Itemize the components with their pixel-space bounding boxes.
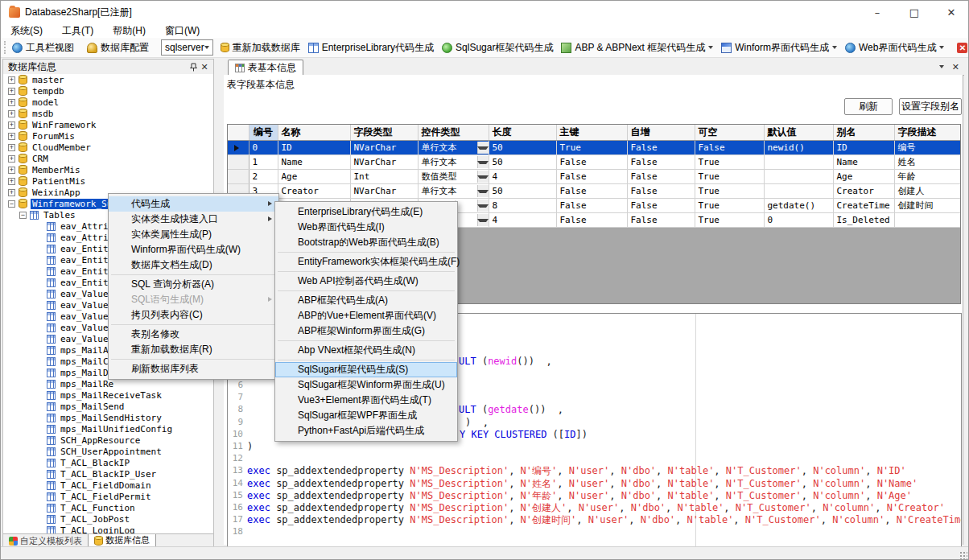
menu-item[interactable]: EnterpriseLibrary代码生成(E) (275, 204, 457, 220)
tree-item[interactable]: T_ACL_FieldPermit (3, 491, 213, 502)
grid-cell[interactable]: True (695, 184, 764, 199)
toolbar-view-button[interactable]: 工具栏视图 (8, 39, 78, 56)
grid-column-header[interactable]: 字段类型 (350, 125, 418, 141)
grid-cell[interactable]: Creator (833, 184, 894, 199)
grid-cell[interactable]: False (695, 141, 764, 155)
grid-cell[interactable]: 8 (489, 199, 556, 213)
grid-cell[interactable]: 单行文本 (418, 184, 489, 199)
grid-cell[interactable]: Name (833, 155, 894, 170)
toolbar-entlib-button[interactable]: EnterpriseLibrary代码生成 (304, 39, 438, 56)
grid-cell[interactable]: ID (278, 141, 350, 155)
menu-item[interactable]: SQL 查询分析器(A) (109, 277, 278, 292)
tree-item[interactable]: +CloudMember (3, 142, 213, 153)
grid-cell[interactable]: ID (833, 141, 894, 155)
grid-cell[interactable]: 单行文本 (418, 141, 489, 155)
grid-column-header[interactable]: 别名 (833, 125, 894, 141)
refresh-button[interactable]: 刷新 (844, 98, 893, 115)
chevron-down-icon[interactable] (708, 46, 713, 49)
tree-item[interactable]: T_ACL_FieldDomain (3, 480, 213, 491)
grid-row[interactable]: 3CreatorNVarChar单行文本50FalseFalseTrueCrea… (228, 184, 961, 199)
close-icon[interactable]: ✕ (199, 61, 210, 72)
toolbar-winform-button[interactable]: Winform界面代码生成 (717, 39, 841, 56)
grid-row[interactable]: 2AgeInt数值类型4FalseFalseTrueAge年龄 (228, 170, 961, 184)
tree-item[interactable]: +MemberMis (3, 164, 213, 175)
expander-icon[interactable]: + (8, 99, 15, 106)
toolbar-reload-button[interactable]: 重新加载数据库 (216, 39, 304, 56)
tree-item[interactable]: mps_MailSendHistory (3, 412, 213, 423)
grid-cell[interactable]: Int (350, 170, 418, 184)
toolbar-abp-button[interactable]: ABP & ABPNext 框架代码生成 (557, 39, 717, 56)
tree-item[interactable]: T_ACL_LoginLog (3, 525, 213, 533)
grid-cell[interactable]: NVarChar (350, 141, 418, 155)
grid-cell[interactable]: 0 (249, 141, 278, 155)
toolbar-exit-button[interactable]: ✕ 退出 (953, 39, 969, 56)
grid-cell[interactable]: Name (278, 155, 350, 170)
grid-cell[interactable]: 年龄 (894, 170, 961, 184)
grid-cell[interactable]: getdate() (764, 199, 833, 213)
tree-item[interactable]: SCH_AppResource (3, 434, 213, 446)
resize-grip[interactable] (959, 551, 967, 559)
grid-cell[interactable]: 1 (249, 155, 278, 170)
expander-icon[interactable]: + (8, 189, 15, 196)
grid-cell[interactable]: False (556, 199, 627, 213)
grid-cell[interactable] (764, 170, 833, 184)
menu-item[interactable]: Winform界面代码生成(W) (109, 242, 278, 257)
expander-icon[interactable]: + (8, 144, 15, 151)
menu-item[interactable]: 重新加载数据库(R) (109, 342, 278, 357)
grid-cell[interactable]: newid() (764, 141, 833, 155)
menubar-item-2[interactable]: 帮助(H) (103, 23, 155, 39)
menu-item[interactable]: EntityFramework实体框架代码生成(F) (275, 254, 457, 270)
tree-item[interactable]: +ForumMis (3, 130, 213, 142)
panel-close-icon[interactable]: ✕ (952, 62, 959, 72)
grid-row[interactable]: 1NameNVarChar单行文本50FalseFalseTrueName姓名 (228, 155, 961, 170)
grid-column-header[interactable]: 可空 (695, 125, 764, 141)
set-field-alias-button[interactable]: 设置字段别名 (899, 98, 962, 115)
menu-item[interactable]: Python+FastApi后端代码生成 (275, 423, 457, 439)
row-header[interactable] (228, 155, 249, 170)
grid-cell[interactable]: False (556, 184, 627, 199)
expander-icon[interactable]: + (8, 88, 15, 95)
menu-item[interactable]: ABP的Vue+Element界面代码(V) (275, 308, 457, 323)
grid-cell[interactable]: CreateTime (833, 199, 894, 213)
grid-cell[interactable]: False (627, 155, 695, 170)
grid-cell[interactable]: True (695, 213, 764, 228)
grid-row[interactable]: 0IDNVarChar单行文本50TrueFalseFalsenewid()ID… (228, 141, 961, 155)
grid-cell[interactable]: False (556, 155, 627, 170)
tree-item[interactable]: mps_MailUnifiedConfig (3, 423, 213, 434)
expander-icon[interactable]: + (8, 133, 15, 140)
expander-icon[interactable]: − (8, 200, 15, 208)
combo-dropdown-button[interactable] (477, 200, 489, 212)
grid-cell[interactable]: True (695, 199, 764, 213)
toolbar-dbconfig-button[interactable]: 数据库配置 (83, 39, 153, 56)
combo-dropdown-button[interactable] (477, 185, 489, 197)
chevron-down-icon[interactable] (939, 46, 944, 49)
grid-cell[interactable]: False (627, 213, 695, 228)
menubar-item-0[interactable]: 系统(S) (1, 23, 52, 39)
menu-item[interactable]: 实体类属性生成(P) (109, 227, 278, 242)
grid-cell[interactable]: True (556, 141, 627, 155)
grid-corner-cell[interactable] (228, 125, 249, 141)
tree-item[interactable]: T_ACL_Function (3, 502, 213, 513)
menu-item[interactable]: 拷贝列表内容(C) (109, 307, 278, 323)
menu-item[interactable]: SqlSugar框架WPF界面生成 (275, 408, 457, 423)
tree-item[interactable]: mps_MailReceiveTask (3, 389, 213, 401)
grid-cell[interactable]: False (627, 170, 695, 184)
menubar-item-1[interactable]: 工具(T) (52, 23, 103, 39)
grid-cell[interactable]: True (695, 170, 764, 184)
menu-item[interactable]: 表别名修改 (109, 327, 278, 342)
tree-item[interactable]: +model (3, 97, 213, 108)
menu-item[interactable]: Web API控制器代码生成(W) (275, 274, 457, 289)
grid-cell[interactable]: False (627, 184, 695, 199)
close-button[interactable]: ✕ (933, 1, 969, 23)
grid-cell[interactable]: False (556, 213, 627, 228)
dock-tab-template-list[interactable]: 自定义模板列表 (3, 534, 88, 547)
grid-cell[interactable]: Age (833, 170, 894, 184)
menu-item[interactable]: 代码生成 (109, 196, 278, 212)
menu-item[interactable]: 实体类生成快速入口 (109, 212, 278, 227)
grid-cell[interactable]: 单行文本 (418, 155, 489, 170)
menu-item[interactable]: Web界面代码生成(I) (275, 220, 457, 235)
grid-column-header[interactable]: 编号 (249, 125, 278, 141)
grid-cell[interactable]: 0 (764, 213, 833, 228)
grid-cell[interactable]: False (627, 141, 695, 155)
combo-dropdown-button[interactable] (477, 156, 489, 168)
